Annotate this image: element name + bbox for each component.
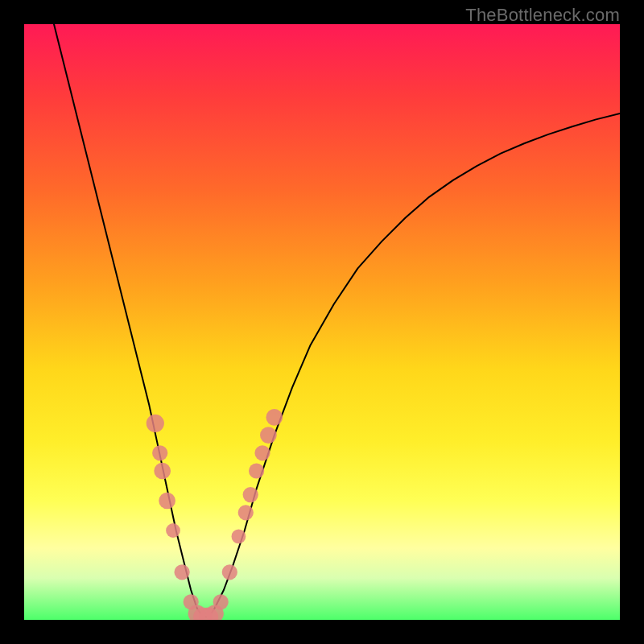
data-marker	[166, 523, 180, 538]
marker-group	[147, 409, 283, 620]
data-marker	[254, 445, 270, 460]
data-marker	[222, 564, 237, 580]
data-marker	[249, 463, 264, 478]
data-marker	[238, 505, 254, 520]
watermark-text: TheBottleneck.com	[465, 5, 620, 26]
chart-frame: TheBottleneck.com	[0, 0, 644, 644]
data-marker	[213, 594, 229, 609]
data-marker	[266, 409, 283, 426]
data-marker	[243, 487, 258, 502]
data-marker	[232, 530, 246, 544]
data-marker	[260, 427, 277, 444]
chart-svg	[24, 24, 620, 620]
data-marker	[152, 445, 167, 460]
data-marker	[174, 564, 189, 580]
data-marker	[147, 415, 164, 432]
data-marker	[154, 463, 171, 480]
curve-line	[54, 24, 620, 617]
data-marker	[159, 493, 175, 510]
